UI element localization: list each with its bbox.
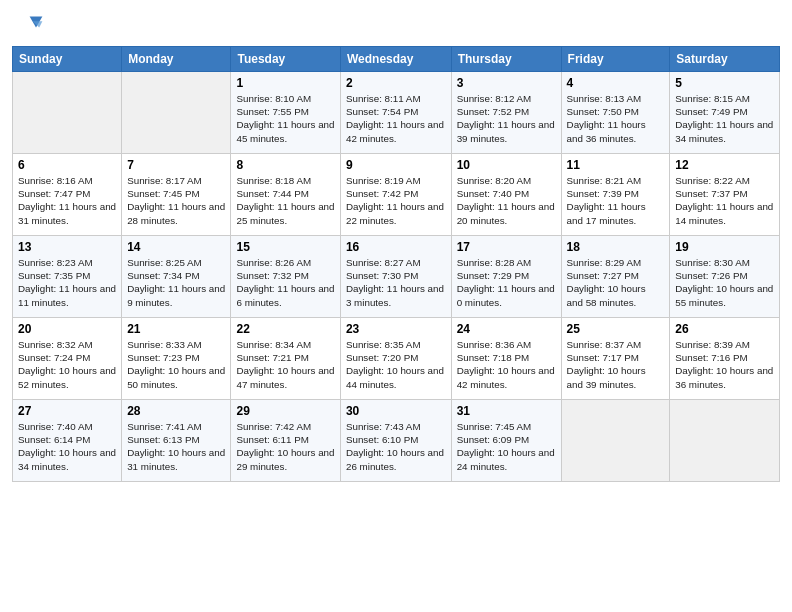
day-info: Sunrise: 8:35 AM Sunset: 7:20 PM Dayligh…: [346, 338, 446, 391]
day-info: Sunrise: 8:33 AM Sunset: 7:23 PM Dayligh…: [127, 338, 225, 391]
weekday-header-wednesday: Wednesday: [340, 47, 451, 72]
day-number: 11: [567, 158, 665, 172]
week-row-4: 20Sunrise: 8:32 AM Sunset: 7:24 PM Dayli…: [13, 318, 780, 400]
day-cell: 10Sunrise: 8:20 AM Sunset: 7:40 PM Dayli…: [451, 154, 561, 236]
day-number: 10: [457, 158, 556, 172]
weekday-header-sunday: Sunday: [13, 47, 122, 72]
day-number: 30: [346, 404, 446, 418]
day-info: Sunrise: 8:17 AM Sunset: 7:45 PM Dayligh…: [127, 174, 225, 227]
day-cell: [670, 400, 780, 482]
day-cell: 31Sunrise: 7:45 AM Sunset: 6:09 PM Dayli…: [451, 400, 561, 482]
day-cell: [122, 72, 231, 154]
day-number: 15: [236, 240, 334, 254]
logo-icon: [12, 10, 44, 42]
day-info: Sunrise: 8:23 AM Sunset: 7:35 PM Dayligh…: [18, 256, 116, 309]
day-info: Sunrise: 8:20 AM Sunset: 7:40 PM Dayligh…: [457, 174, 556, 227]
day-info: Sunrise: 7:41 AM Sunset: 6:13 PM Dayligh…: [127, 420, 225, 473]
header: [12, 10, 780, 42]
day-cell: 20Sunrise: 8:32 AM Sunset: 7:24 PM Dayli…: [13, 318, 122, 400]
day-number: 23: [346, 322, 446, 336]
day-info: Sunrise: 8:10 AM Sunset: 7:55 PM Dayligh…: [236, 92, 334, 145]
page-container: SundayMondayTuesdayWednesdayThursdayFrid…: [0, 0, 792, 490]
day-cell: 22Sunrise: 8:34 AM Sunset: 7:21 PM Dayli…: [231, 318, 340, 400]
day-info: Sunrise: 8:18 AM Sunset: 7:44 PM Dayligh…: [236, 174, 334, 227]
day-number: 21: [127, 322, 225, 336]
day-number: 19: [675, 240, 774, 254]
day-cell: 21Sunrise: 8:33 AM Sunset: 7:23 PM Dayli…: [122, 318, 231, 400]
day-number: 22: [236, 322, 334, 336]
day-cell: 12Sunrise: 8:22 AM Sunset: 7:37 PM Dayli…: [670, 154, 780, 236]
day-info: Sunrise: 8:30 AM Sunset: 7:26 PM Dayligh…: [675, 256, 774, 309]
weekday-header-row: SundayMondayTuesdayWednesdayThursdayFrid…: [13, 47, 780, 72]
day-cell: 14Sunrise: 8:25 AM Sunset: 7:34 PM Dayli…: [122, 236, 231, 318]
day-info: Sunrise: 7:42 AM Sunset: 6:11 PM Dayligh…: [236, 420, 334, 473]
day-cell: [561, 400, 670, 482]
day-info: Sunrise: 7:45 AM Sunset: 6:09 PM Dayligh…: [457, 420, 556, 473]
day-number: 12: [675, 158, 774, 172]
day-cell: 9Sunrise: 8:19 AM Sunset: 7:42 PM Daylig…: [340, 154, 451, 236]
day-number: 13: [18, 240, 116, 254]
day-number: 3: [457, 76, 556, 90]
day-cell: 8Sunrise: 8:18 AM Sunset: 7:44 PM Daylig…: [231, 154, 340, 236]
day-info: Sunrise: 8:28 AM Sunset: 7:29 PM Dayligh…: [457, 256, 556, 309]
day-number: 8: [236, 158, 334, 172]
day-info: Sunrise: 7:43 AM Sunset: 6:10 PM Dayligh…: [346, 420, 446, 473]
day-cell: 5Sunrise: 8:15 AM Sunset: 7:49 PM Daylig…: [670, 72, 780, 154]
day-number: 6: [18, 158, 116, 172]
day-cell: 30Sunrise: 7:43 AM Sunset: 6:10 PM Dayli…: [340, 400, 451, 482]
day-info: Sunrise: 8:13 AM Sunset: 7:50 PM Dayligh…: [567, 92, 665, 145]
day-number: 25: [567, 322, 665, 336]
day-cell: 25Sunrise: 8:37 AM Sunset: 7:17 PM Dayli…: [561, 318, 670, 400]
day-cell: 18Sunrise: 8:29 AM Sunset: 7:27 PM Dayli…: [561, 236, 670, 318]
day-number: 9: [346, 158, 446, 172]
day-info: Sunrise: 8:22 AM Sunset: 7:37 PM Dayligh…: [675, 174, 774, 227]
weekday-header-tuesday: Tuesday: [231, 47, 340, 72]
day-number: 17: [457, 240, 556, 254]
day-cell: 27Sunrise: 7:40 AM Sunset: 6:14 PM Dayli…: [13, 400, 122, 482]
day-cell: 1Sunrise: 8:10 AM Sunset: 7:55 PM Daylig…: [231, 72, 340, 154]
day-number: 26: [675, 322, 774, 336]
weekday-header-thursday: Thursday: [451, 47, 561, 72]
day-info: Sunrise: 7:40 AM Sunset: 6:14 PM Dayligh…: [18, 420, 116, 473]
day-info: Sunrise: 8:19 AM Sunset: 7:42 PM Dayligh…: [346, 174, 446, 227]
day-cell: 7Sunrise: 8:17 AM Sunset: 7:45 PM Daylig…: [122, 154, 231, 236]
day-number: 28: [127, 404, 225, 418]
day-info: Sunrise: 8:21 AM Sunset: 7:39 PM Dayligh…: [567, 174, 665, 227]
day-cell: 6Sunrise: 8:16 AM Sunset: 7:47 PM Daylig…: [13, 154, 122, 236]
day-info: Sunrise: 8:32 AM Sunset: 7:24 PM Dayligh…: [18, 338, 116, 391]
day-cell: 28Sunrise: 7:41 AM Sunset: 6:13 PM Dayli…: [122, 400, 231, 482]
day-info: Sunrise: 8:34 AM Sunset: 7:21 PM Dayligh…: [236, 338, 334, 391]
day-cell: 4Sunrise: 8:13 AM Sunset: 7:50 PM Daylig…: [561, 72, 670, 154]
day-number: 24: [457, 322, 556, 336]
day-number: 5: [675, 76, 774, 90]
day-cell: 3Sunrise: 8:12 AM Sunset: 7:52 PM Daylig…: [451, 72, 561, 154]
day-number: 14: [127, 240, 225, 254]
day-cell: 24Sunrise: 8:36 AM Sunset: 7:18 PM Dayli…: [451, 318, 561, 400]
day-cell: 17Sunrise: 8:28 AM Sunset: 7:29 PM Dayli…: [451, 236, 561, 318]
day-number: 4: [567, 76, 665, 90]
day-cell: 11Sunrise: 8:21 AM Sunset: 7:39 PM Dayli…: [561, 154, 670, 236]
day-number: 27: [18, 404, 116, 418]
day-info: Sunrise: 8:39 AM Sunset: 7:16 PM Dayligh…: [675, 338, 774, 391]
logo: [12, 10, 48, 42]
weekday-header-monday: Monday: [122, 47, 231, 72]
day-cell: 13Sunrise: 8:23 AM Sunset: 7:35 PM Dayli…: [13, 236, 122, 318]
day-number: 31: [457, 404, 556, 418]
day-cell: 15Sunrise: 8:26 AM Sunset: 7:32 PM Dayli…: [231, 236, 340, 318]
week-row-5: 27Sunrise: 7:40 AM Sunset: 6:14 PM Dayli…: [13, 400, 780, 482]
day-cell: 26Sunrise: 8:39 AM Sunset: 7:16 PM Dayli…: [670, 318, 780, 400]
day-cell: 2Sunrise: 8:11 AM Sunset: 7:54 PM Daylig…: [340, 72, 451, 154]
week-row-2: 6Sunrise: 8:16 AM Sunset: 7:47 PM Daylig…: [13, 154, 780, 236]
weekday-header-friday: Friday: [561, 47, 670, 72]
weekday-header-saturday: Saturday: [670, 47, 780, 72]
day-info: Sunrise: 8:36 AM Sunset: 7:18 PM Dayligh…: [457, 338, 556, 391]
day-info: Sunrise: 8:37 AM Sunset: 7:17 PM Dayligh…: [567, 338, 665, 391]
day-number: 16: [346, 240, 446, 254]
day-number: 2: [346, 76, 446, 90]
day-info: Sunrise: 8:12 AM Sunset: 7:52 PM Dayligh…: [457, 92, 556, 145]
day-info: Sunrise: 8:16 AM Sunset: 7:47 PM Dayligh…: [18, 174, 116, 227]
day-info: Sunrise: 8:29 AM Sunset: 7:27 PM Dayligh…: [567, 256, 665, 309]
calendar-table: SundayMondayTuesdayWednesdayThursdayFrid…: [12, 46, 780, 482]
day-info: Sunrise: 8:27 AM Sunset: 7:30 PM Dayligh…: [346, 256, 446, 309]
week-row-1: 1Sunrise: 8:10 AM Sunset: 7:55 PM Daylig…: [13, 72, 780, 154]
